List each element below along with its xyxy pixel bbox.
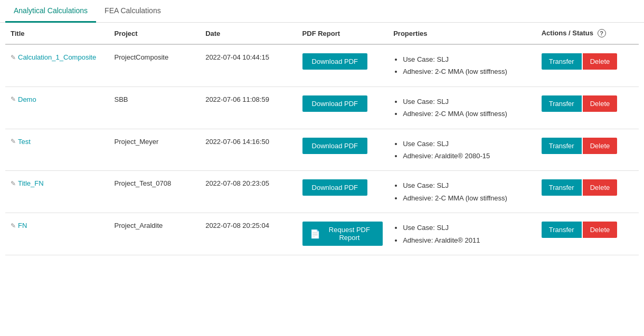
table-container: Title Project Date PDF Report Properties… — [0, 23, 644, 255]
action-buttons: Transfer Delete — [542, 179, 633, 196]
properties-cell: Use Case: SLJAdhesive: Araldite® 2080-15 — [388, 129, 536, 171]
title-cell: ✎ Demo — [11, 95, 104, 103]
request-pdf-button[interactable]: 📄 Request PDF Report — [302, 222, 383, 246]
delete-button[interactable]: Delete — [583, 222, 618, 238]
date-cell: 2022-07-08 20:23:05 — [200, 171, 297, 213]
download-pdf-button[interactable]: Download PDF — [302, 53, 367, 70]
calc-title-link[interactable]: Test — [18, 138, 31, 146]
actions-cell: Transfer Delete — [536, 129, 639, 171]
action-buttons: Transfer Delete — [542, 222, 633, 238]
tab-analytical[interactable]: Analytical Calculations — [5, 0, 96, 23]
pdf-cell: Download PDF — [297, 87, 389, 129]
col-header-pdf: PDF Report — [297, 23, 389, 44]
delete-button[interactable]: Delete — [583, 179, 618, 196]
transfer-button[interactable]: Transfer — [542, 138, 582, 154]
action-buttons: Transfer Delete — [542, 53, 633, 70]
download-pdf-button[interactable]: Download PDF — [302, 95, 367, 112]
properties-cell: Use Case: SLJAdhesive: 2-C MMA (low stif… — [388, 171, 536, 213]
pdf-doc-icon: 📄 — [310, 229, 320, 239]
pdf-cell: Download PDF — [297, 171, 389, 213]
request-pdf-label: Request PDF Report — [324, 226, 376, 242]
actions-cell: Transfer Delete — [536, 213, 639, 255]
tabs-container: Analytical Calculations FEA Calculations — [0, 0, 644, 23]
table-header-row: Title Project Date PDF Report Properties… — [5, 23, 639, 44]
edit-icon: ✎ — [11, 180, 16, 187]
col-header-properties: Properties — [388, 23, 536, 44]
calculations-table: Title Project Date PDF Report Properties… — [5, 23, 639, 255]
delete-button[interactable]: Delete — [583, 95, 618, 112]
edit-icon: ✎ — [11, 138, 16, 145]
actions-cell: Transfer Delete — [536, 87, 639, 129]
date-cell: 2022-07-06 14:16:50 — [200, 129, 297, 171]
property-item: Adhesive: Araldite® 2011 — [403, 234, 531, 246]
title-cell: ✎ FN — [11, 222, 104, 229]
project-cell: ProjectComposite — [109, 44, 201, 87]
property-item: Adhesive: 2-C MMA (low stiffness) — [403, 108, 531, 120]
title-cell: ✎ Calculation_1_Composite — [11, 53, 104, 61]
property-item: Use Case: SLJ — [403, 179, 531, 191]
table-row: ✎ Title_FN Project_Test_07082022-07-08 2… — [5, 171, 639, 213]
property-item: Adhesive: 2-C MMA (low stiffness) — [403, 65, 531, 78]
calc-title-link[interactable]: Title_FN — [18, 179, 44, 187]
property-item: Use Case: SLJ — [403, 222, 531, 234]
title-cell: ✎ Title_FN — [11, 179, 104, 187]
table-row: ✎ Test Project_Meyer2022-07-06 14:16:50D… — [5, 129, 639, 171]
table-row: ✎ FN Project_Araldite2022-07-08 20:25:04… — [5, 213, 639, 255]
title-cell: ✎ Test — [11, 138, 104, 146]
property-item: Use Case: SLJ — [403, 95, 531, 108]
pdf-cell: Download PDF — [297, 129, 389, 171]
actions-cell: Transfer Delete — [536, 44, 639, 87]
date-cell: 2022-07-04 10:44:15 — [200, 44, 297, 87]
property-item: Adhesive: Araldite® 2080-15 — [403, 150, 531, 162]
property-item: Adhesive: 2-C MMA (low stiffness) — [403, 192, 531, 204]
table-row: ✎ Calculation_1_Composite ProjectComposi… — [5, 44, 639, 87]
download-pdf-button[interactable]: Download PDF — [302, 179, 367, 196]
col-header-title: Title — [5, 23, 109, 44]
calc-title-link[interactable]: FN — [18, 222, 27, 229]
transfer-button[interactable]: Transfer — [542, 222, 582, 238]
project-cell: Project_Meyer — [109, 129, 201, 171]
col-header-actions: Actions / Status ? — [536, 23, 639, 44]
table-row: ✎ Demo SBB2022-07-06 11:08:59Download PD… — [5, 87, 639, 129]
properties-cell: Use Case: SLJAdhesive: Araldite® 2011 — [388, 213, 536, 255]
date-cell: 2022-07-06 11:08:59 — [200, 87, 297, 129]
col-header-date: Date — [200, 23, 297, 44]
transfer-button[interactable]: Transfer — [542, 179, 582, 196]
edit-icon: ✎ — [11, 54, 16, 61]
delete-button[interactable]: Delete — [583, 138, 618, 154]
action-buttons: Transfer Delete — [542, 95, 633, 112]
col-header-project: Project — [109, 23, 201, 44]
actions-cell: Transfer Delete — [536, 171, 639, 213]
project-cell: Project_Araldite — [109, 213, 201, 255]
action-buttons: Transfer Delete — [542, 138, 633, 154]
tab-fea[interactable]: FEA Calculations — [96, 0, 169, 23]
project-cell: Project_Test_0708 — [109, 171, 201, 213]
date-cell: 2022-07-08 20:25:04 — [200, 213, 297, 255]
transfer-button[interactable]: Transfer — [542, 53, 582, 70]
properties-cell: Use Case: SLJAdhesive: 2-C MMA (low stif… — [388, 44, 536, 87]
pdf-cell: Download PDF — [297, 44, 389, 87]
edit-icon: ✎ — [11, 95, 16, 103]
calc-title-link[interactable]: Demo — [18, 95, 36, 103]
transfer-button[interactable]: Transfer — [542, 95, 582, 112]
delete-button[interactable]: Delete — [583, 53, 618, 70]
actions-help-icon[interactable]: ? — [598, 29, 606, 37]
pdf-cell: 📄 Request PDF Report — [297, 213, 389, 255]
edit-icon: ✎ — [11, 222, 16, 229]
property-item: Use Case: SLJ — [403, 53, 531, 65]
calc-title-link[interactable]: Calculation_1_Composite — [18, 53, 96, 61]
property-item: Use Case: SLJ — [403, 138, 531, 150]
download-pdf-button[interactable]: Download PDF — [302, 138, 367, 154]
properties-cell: Use Case: SLJAdhesive: 2-C MMA (low stif… — [388, 87, 536, 129]
project-cell: SBB — [109, 87, 201, 129]
